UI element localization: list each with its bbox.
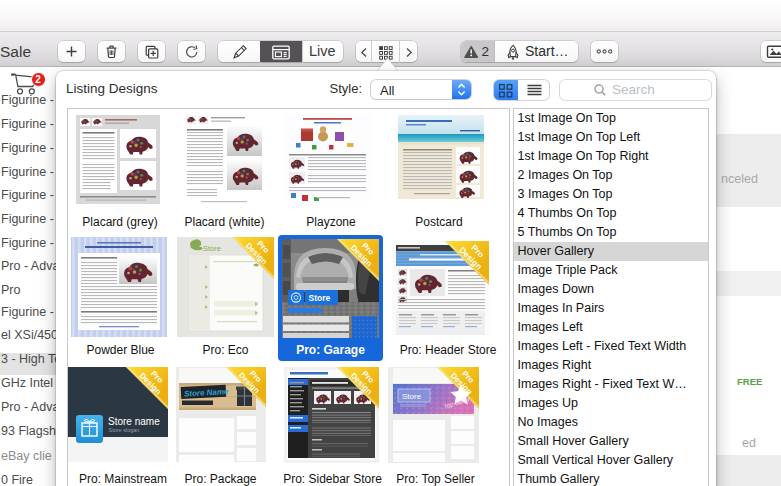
svg-text:Store: Store [309,293,331,303]
svg-text:Store slogan: Store slogan [109,427,140,433]
svg-text:Store: Store [203,244,221,253]
svg-text:Store: Store [402,392,422,401]
svg-text:Store name: Store name [108,416,160,427]
